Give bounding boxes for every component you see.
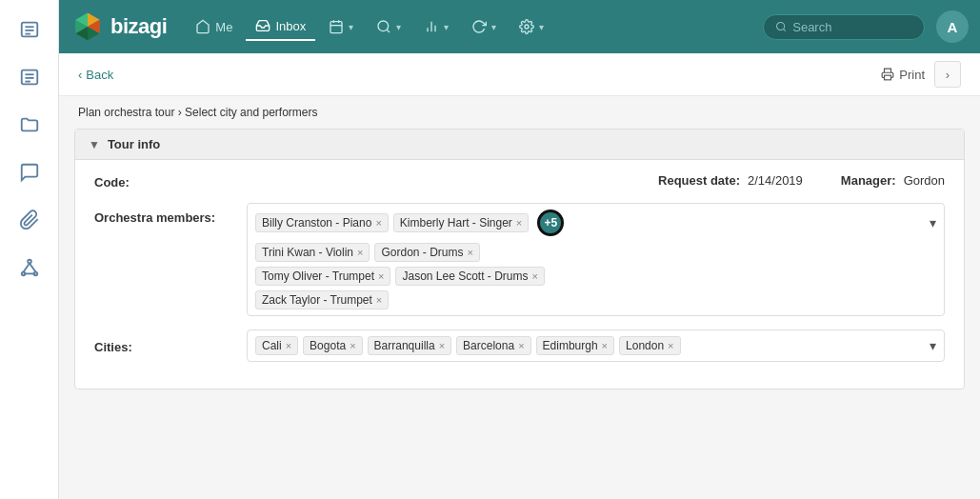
form-body: Code: Request date: 2/14/2019 Manager: G… (75, 160, 964, 389)
tag-remove-icon[interactable]: × (357, 248, 363, 258)
tag-remove-icon[interactable]: × (378, 271, 384, 282)
tour-info-panel: ▼ Tour info Code: Request date: 2/14/201… (74, 129, 965, 389)
nav-chart[interactable]: ▾ (414, 13, 458, 40)
dropdown-arrow-icon[interactable]: ▾ (930, 215, 936, 230)
code-label: Code: (94, 173, 247, 190)
svg-line-11 (23, 263, 29, 271)
chevron-down-icon: ▾ (539, 22, 544, 32)
orchestra-row3: Tomy Oliver - Trumpet × Jason Lee Scott … (255, 267, 936, 286)
orchestra-label: Orchestra members: (94, 203, 247, 225)
panel-header: ▼ Tour info (75, 130, 964, 160)
cities-container[interactable]: Cali × Bogota × Barranquilla × Barcelo (247, 329, 945, 362)
content: ‹ Back Print › Plan orchestra tour › Sel… (59, 53, 980, 499)
tag-cali[interactable]: Cali × (255, 336, 298, 355)
tag-billy[interactable]: Billy Cranston - Piano × (255, 213, 389, 232)
sidebar-item-list2[interactable] (10, 57, 50, 97)
tag-remove-icon[interactable]: × (668, 341, 673, 351)
logo-icon (70, 10, 105, 44)
request-date-field: Request date: 2/14/2019 (658, 173, 803, 188)
tag-tomy[interactable]: Tomy Oliver - Trumpet × (255, 267, 390, 286)
sidebar-item-comment[interactable] (10, 152, 50, 192)
svg-point-31 (777, 22, 785, 30)
manager-value: Gordon (904, 173, 945, 188)
svg-line-12 (30, 263, 35, 271)
tag-bogota[interactable]: Bogota × (303, 336, 362, 355)
search-input[interactable] (792, 20, 912, 34)
orchestra-row4: Zack Taylor - Trumpet × (255, 290, 936, 309)
collapse-arrow-icon[interactable]: ▼ (89, 138, 100, 151)
avatar: A (936, 10, 969, 43)
chevron-right-icon: › (946, 68, 950, 82)
action-bar: ‹ Back Print › (59, 53, 980, 96)
cities-label: Cities: (94, 338, 247, 354)
panel-title: Tour info (108, 137, 160, 151)
back-button[interactable]: ‹ Back (78, 68, 113, 82)
form-row-cities: Cities: Cali × Bogota × Barranquilla × (94, 329, 945, 362)
cities-dropdown-arrow-icon[interactable]: ▾ (930, 338, 936, 353)
tag-remove-icon[interactable]: × (602, 341, 608, 351)
search-box[interactable] (763, 14, 925, 40)
chevron-down-icon: ▾ (444, 22, 449, 32)
tag-barranquilla[interactable]: Barranquilla × (368, 336, 451, 355)
tag-edimburgh[interactable]: Edimburgh × (536, 336, 614, 355)
nav-calendar[interactable]: ▾ (319, 13, 363, 40)
request-date-value: 2/14/2019 (748, 173, 803, 188)
tag-remove-icon[interactable]: × (468, 248, 473, 258)
tag-trini[interactable]: Trini Kwan - Violin × (255, 243, 370, 262)
tag-kimberly[interactable]: Kimberly Hart - Singer × (393, 213, 529, 232)
form-row-top: Code: Request date: 2/14/2019 Manager: G… (94, 173, 945, 190)
orchestra-members-container[interactable]: Billy Cranston - Piano × Kimberly Hart -… (247, 203, 945, 316)
print-button[interactable]: Print (881, 68, 925, 82)
svg-rect-21 (330, 22, 342, 33)
chevron-down-icon: ▾ (349, 22, 353, 32)
form-row-orchestra: Orchestra members: Billy Cranston - Pian… (94, 203, 945, 316)
search-icon (775, 20, 787, 33)
tag-remove-icon[interactable]: × (286, 341, 291, 351)
logo: bizagi (70, 10, 167, 44)
svg-point-25 (378, 21, 389, 31)
tag-zack[interactable]: Zack Taylor - Trumpet × (255, 290, 389, 309)
tag-remove-icon[interactable]: × (518, 341, 524, 351)
chevron-left-icon: ‹ (78, 68, 82, 82)
tag-remove-icon[interactable]: × (532, 271, 538, 282)
nav-search[interactable]: ▾ (367, 13, 410, 40)
nav-me[interactable]: Me (186, 13, 242, 40)
request-date-label: Request date: (658, 173, 740, 188)
tag-remove-icon[interactable]: × (375, 218, 381, 229)
svg-line-26 (387, 30, 390, 32)
plus-badge[interactable]: +5 (537, 210, 564, 236)
breadcrumb: Plan orchestra tour › Select city and pe… (59, 96, 980, 129)
topbar: bizagi Me Inbox ▾ ▾ ▾ ▾ ▾ (59, 0, 980, 53)
sidebar (0, 0, 59, 499)
sidebar-item-folder[interactable] (10, 105, 50, 145)
svg-line-32 (783, 29, 785, 30)
orchestra-row2: Trini Kwan - Violin × Gordon - Drums × (255, 243, 936, 262)
manager-field: Manager: Gordon (841, 173, 945, 188)
sidebar-item-network[interactable] (10, 248, 50, 288)
manager-label: Manager: (841, 173, 896, 188)
tag-remove-icon[interactable]: × (350, 341, 355, 351)
svg-rect-33 (885, 75, 891, 80)
logo-text: bizagi (110, 14, 167, 39)
nav-inbox[interactable]: Inbox (246, 12, 315, 41)
sidebar-item-paperclip[interactable] (10, 200, 50, 240)
chevron-down-icon: ▾ (491, 22, 496, 32)
tag-jason[interactable]: Jason Lee Scott - Drums × (395, 267, 545, 286)
tag-london[interactable]: London × (619, 336, 680, 355)
print-icon (881, 68, 894, 81)
tag-gordon[interactable]: Gordon - Drums × (374, 243, 479, 262)
tag-barcelona[interactable]: Barcelona × (456, 336, 530, 355)
nav-refresh[interactable]: ▾ (462, 13, 506, 40)
svg-point-30 (525, 25, 529, 29)
collapse-panel-button[interactable]: › (934, 61, 961, 88)
tag-remove-icon[interactable]: × (439, 341, 445, 351)
chevron-down-icon: ▾ (396, 22, 401, 32)
svg-point-8 (28, 260, 31, 264)
tag-remove-icon[interactable]: × (376, 295, 382, 306)
tag-remove-icon[interactable]: × (516, 218, 522, 229)
main-area: bizagi Me Inbox ▾ ▾ ▾ ▾ ▾ (59, 0, 980, 499)
nav-settings[interactable]: ▾ (510, 13, 553, 40)
sidebar-item-list1[interactable] (10, 10, 50, 50)
